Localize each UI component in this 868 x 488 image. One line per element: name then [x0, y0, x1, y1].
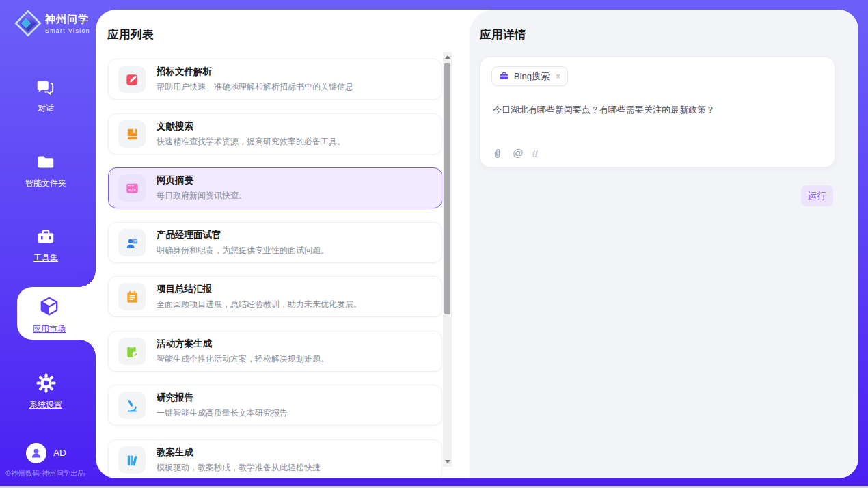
app-card[interactable]: 活动方案生成 智能生成个性化活动方案，轻松解决规划难题。 [108, 331, 442, 372]
cube-icon [38, 308, 61, 320]
active-bubble-scoop-top [79, 271, 96, 287]
query-text[interactable]: 今日湖北有哪些新闻要点？有哪些需要关注的最新政策？ [493, 104, 821, 116]
app-card-title: 活动方案生成 [157, 338, 329, 350]
svg-text:</>: </> [128, 187, 135, 191]
scrollbar[interactable] [443, 52, 452, 467]
app-card-desc: 明确身份和职责，为您提供专业性的面试问题。 [157, 245, 329, 256]
app-card-selected[interactable]: </> 网页摘要 每日政府新闻资讯快查。 [108, 167, 442, 208]
active-bubble-scoop-bottom [79, 340, 96, 356]
scrollbar-up-arrow-icon[interactable] [445, 55, 450, 59]
main-content: 应用列表 招标文件解析 帮助用户快速、准确地理解和解析招标书中的关键信息 [96, 10, 858, 478]
tag-close-icon[interactable]: × [556, 72, 560, 81]
toolbox-icon [36, 226, 56, 249]
app-card-desc: 每日政府新闻资讯快查。 [157, 190, 247, 202]
copyright-footer: ©神州数码·神州问学出品 [5, 469, 96, 478]
app-card-title: 项目总结汇报 [157, 283, 362, 295]
prompt-card: Bing搜索 × 今日湖北有哪些新闻要点？有哪些需要关注的最新政策？ @ # [480, 57, 835, 167]
book-icon [118, 120, 146, 148]
app-card[interactable]: 项目总结汇报 全面回顾项目进展，总结经验教训，助力未来优化发展。 [108, 276, 442, 317]
sidebar-item-label: 工具集 [0, 252, 92, 264]
app-card-title: 研究报告 [157, 392, 288, 404]
at-icon[interactable]: @ [513, 147, 524, 159]
app-card[interactable]: 招标文件解析 帮助用户快速、准确地理解和解析招标书中的关键信息 [108, 59, 442, 100]
app-card-desc: 帮助用户快速、准确地理解和解析招标书中的关键信息 [157, 81, 353, 93]
chat-icon [36, 77, 56, 100]
app-window: 神州问学 Smart Vision 对话 智能文件夹 [0, 0, 868, 488]
hash-icon[interactable]: # [532, 147, 539, 159]
sidebar-item-label: 应用市场 [17, 323, 81, 335]
app-card[interactable]: 研究报告 一键智能生成高质量长文本研究报告 [108, 385, 442, 426]
paperclip-icon[interactable] [491, 147, 504, 159]
brand-subtitle: Smart Vision [45, 27, 90, 34]
sidebar-item-chat[interactable]: 对话 [0, 77, 92, 114]
gear-icon [36, 372, 57, 396]
brand-name: 神州问学 [45, 13, 90, 26]
sidebar-item-label: 系统设置 [0, 399, 92, 411]
tool-tag-label: Bing搜索 [514, 70, 550, 83]
books-icon [118, 446, 146, 474]
app-card-title: 文献搜索 [157, 120, 345, 133]
app-card-title: 网页摘要 [157, 174, 247, 187]
edit-square-icon [118, 66, 146, 93]
diamond-logo-icon [14, 9, 42, 38]
briefcase-icon [499, 71, 509, 81]
sidebar-item-label: 对话 [0, 103, 92, 114]
app-card-desc: 全面回顾项目进展，总结经验教训，助力未来优化发展。 [157, 299, 362, 310]
app-detail-title: 应用详情 [480, 27, 526, 42]
app-card-desc: 智能生成个性化活动方案，轻松解决规划难题。 [157, 353, 329, 365]
tool-tag-bing-search[interactable]: Bing搜索 × [491, 66, 568, 86]
app-card[interactable]: 教案生成 模板驱动，教案秒成，教学准备从此轻松快捷 [108, 439, 442, 478]
app-card-title: 产品经理面试官 [157, 229, 329, 241]
clipboard-check-icon [118, 338, 146, 365]
sidebar-item-settings[interactable]: 系统设置 [0, 372, 92, 411]
app-card-title: 招标文件解析 [157, 66, 353, 78]
scrollbar-down-arrow-icon[interactable] [445, 460, 450, 463]
avatar[interactable] [26, 443, 46, 463]
app-card-desc: 快速精准查找学术资源，提高研究效率的必备工具。 [157, 136, 345, 148]
brand-logo: 神州问学 Smart Vision [14, 9, 90, 38]
app-card-desc: 模板驱动，教案秒成，教学准备从此轻松快捷 [157, 462, 321, 474]
app-card-title: 教案生成 [157, 446, 321, 459]
folder-icon [36, 152, 56, 175]
app-list-title: 应用列表 [107, 27, 154, 42]
user-icon [29, 446, 43, 460]
app-card-desc: 一键智能生成高质量长文本研究报告 [157, 407, 288, 419]
app-detail-panel: 应用详情 Bing搜索 × 今日湖北有哪些新闻要点？有哪些需要关注的最新政策？ [470, 10, 858, 478]
sidebar-item-app-market[interactable]: 应用市场 [17, 287, 96, 340]
run-button[interactable]: 运行 [801, 185, 833, 206]
scrollbar-thumb[interactable] [444, 63, 450, 314]
microscope-icon [118, 392, 146, 419]
browser-code-icon: </> [118, 174, 146, 202]
sidebar-item-smart-folder[interactable]: 智能文件夹 [0, 152, 92, 189]
app-card[interactable]: 文献搜索 快速精准查找学术资源，提高研究效率的必备工具。 [108, 113, 442, 154]
app-card[interactable]: 产品经理面试官 明确身份和职责，为您提供专业性的面试问题。 [108, 222, 442, 263]
user-label: AD [53, 448, 66, 458]
sidebar-item-toolset[interactable]: 工具集 [0, 226, 92, 264]
notepad-icon [118, 283, 146, 310]
interviewer-icon [118, 229, 146, 256]
sidebar-item-label: 智能文件夹 [0, 178, 92, 189]
